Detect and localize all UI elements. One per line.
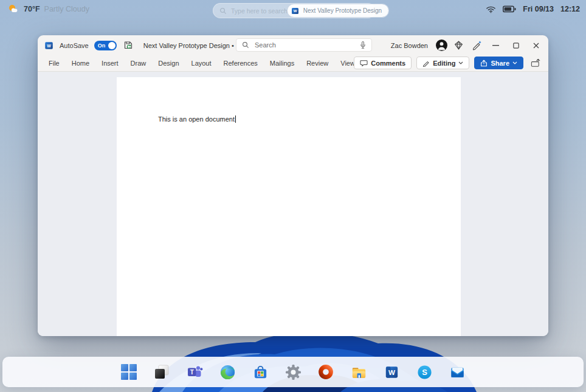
autosave-state: On — [98, 43, 106, 49]
toggle-knob — [108, 42, 115, 49]
microsoft-office-icon[interactable] — [317, 363, 334, 380]
autosave-toggle[interactable]: On — [94, 41, 117, 50]
skype-icon[interactable]: S — [416, 363, 433, 380]
microsoft-word-icon[interactable]: W — [383, 363, 400, 380]
svg-text:W: W — [47, 43, 51, 47]
settings-gear-icon[interactable] — [284, 363, 302, 380]
file-explorer-icon[interactable] — [350, 363, 367, 380]
desktop-search-bar[interactable]: Type here to search W Next Valley Protot… — [213, 3, 376, 18]
chevron-down-icon — [458, 61, 463, 64]
search-icon — [242, 41, 249, 49]
microsoft-store-icon[interactable] — [252, 363, 269, 380]
ribbon-display-options-button[interactable] — [528, 57, 543, 69]
running-app-label: Next Valley Prototype Design — [303, 7, 382, 14]
theme-switcher-icon[interactable] — [153, 363, 170, 380]
comments-button[interactable]: Comments — [354, 57, 412, 69]
account-name[interactable]: Zac Bowden — [391, 42, 428, 49]
text-cursor — [235, 115, 236, 123]
tab-review[interactable]: Review — [300, 56, 334, 71]
svg-text:W: W — [293, 9, 297, 13]
autosave-label: AutoSave — [60, 42, 89, 49]
share-icon — [480, 60, 488, 67]
document-text: This is an open document — [158, 115, 236, 123]
minimize-button[interactable] — [486, 35, 506, 55]
share-button[interactable]: Share — [474, 57, 523, 69]
taskbar: T — [2, 357, 584, 387]
tab-file[interactable]: File — [43, 56, 66, 71]
tab-design[interactable]: Design — [152, 56, 185, 71]
ribbon-right-group: Comments Editing Share — [354, 57, 543, 69]
mail-icon[interactable] — [449, 363, 466, 380]
editing-mode-button[interactable]: Editing — [416, 57, 469, 69]
desktop-topbar: 70°F Partly Cloudy Type here to search W — [0, 0, 586, 21]
svg-text:S: S — [422, 368, 427, 377]
word-window: W AutoSave On Next Val — [38, 35, 548, 336]
svg-text:W: W — [388, 369, 395, 376]
microsoft-teams-icon[interactable]: T — [186, 363, 203, 380]
start-button[interactable] — [120, 363, 137, 380]
tab-references[interactable]: References — [218, 56, 264, 71]
tray-date[interactable]: Fri 09/13 — [523, 5, 554, 13]
weather-widget[interactable]: 70°F Partly Cloudy — [7, 4, 89, 15]
avatar[interactable] — [433, 35, 449, 55]
svg-text:T: T — [190, 369, 194, 376]
comment-icon — [360, 60, 368, 67]
tab-home[interactable]: Home — [66, 56, 95, 71]
word-icon: W — [291, 7, 300, 15]
ribbon-tabs: File Home Insert Draw Design Layout Refe… — [38, 56, 387, 71]
close-button[interactable] — [526, 35, 546, 55]
tab-insert[interactable]: Insert — [95, 56, 125, 71]
tray-time[interactable]: 12:12 — [560, 5, 580, 13]
search-placeholder: Type here to search — [231, 7, 288, 15]
comments-label: Comments — [371, 60, 405, 67]
running-app-pill[interactable]: W Next Valley Prototype Design — [288, 4, 388, 17]
maximize-button[interactable] — [506, 35, 526, 55]
battery-icon — [503, 5, 516, 13]
chevron-down-icon — [512, 61, 517, 64]
weather-temperature: 70°F — [24, 5, 40, 13]
desktop: 70°F Partly Cloudy Type here to search W — [0, 0, 586, 392]
word-search-box[interactable]: Search — [236, 38, 372, 52]
tab-layout[interactable]: Layout — [185, 56, 218, 71]
tab-mailings[interactable]: Mailings — [264, 56, 300, 71]
premium-diamond-icon[interactable] — [449, 35, 467, 55]
editing-label: Editing — [433, 60, 455, 67]
search-icon — [219, 7, 227, 15]
wifi-icon — [486, 5, 496, 13]
weather-icon — [7, 4, 19, 15]
titlebar-right-group: Zac Bowden — [391, 35, 546, 55]
document-workspace: This is an open document — [38, 72, 548, 336]
tab-draw[interactable]: Draw — [125, 56, 153, 71]
pencil-icon — [422, 60, 430, 67]
word-titlebar: W AutoSave On Next Val — [38, 35, 548, 55]
document-page[interactable]: This is an open document — [117, 77, 461, 336]
system-tray[interactable]: Fri 09/13 12:12 — [486, 5, 580, 13]
microsoft-edge-icon[interactable] — [219, 363, 236, 380]
word-search-placeholder: Search — [255, 41, 359, 49]
dictate-mic-icon[interactable] — [359, 41, 367, 49]
save-icon[interactable] — [122, 35, 136, 55]
weather-condition: Partly Cloudy — [44, 5, 89, 13]
word-app-icon[interactable]: W — [44, 41, 54, 50]
ribbon-bar: File Home Insert Draw Design Layout Refe… — [38, 55, 548, 72]
share-label: Share — [491, 60, 509, 67]
editor-pen-icon[interactable] — [467, 35, 486, 55]
